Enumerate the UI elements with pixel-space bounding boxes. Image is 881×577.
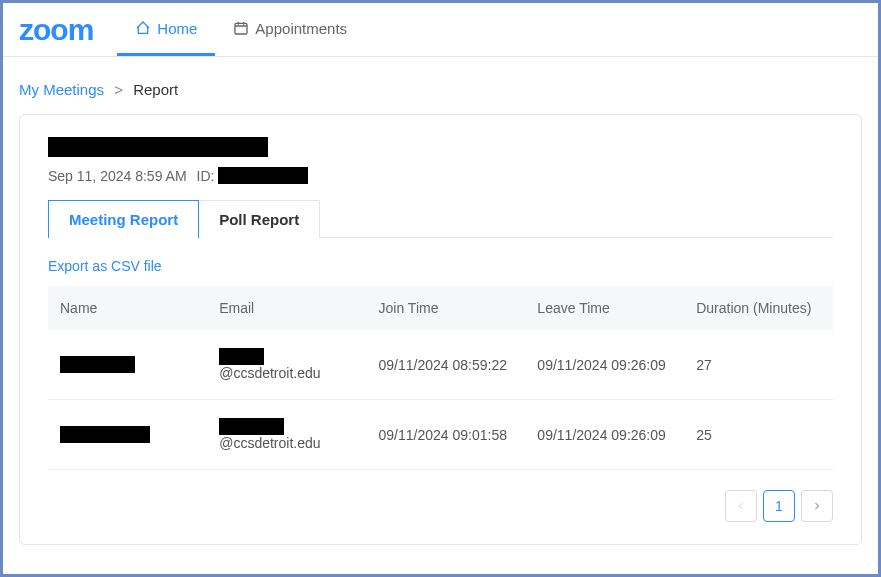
participants-table: Name Email Join Time Leave Time Duration…: [48, 286, 833, 470]
duration: 27: [684, 330, 833, 400]
pagination: 1: [48, 490, 833, 522]
breadcrumb-current: Report: [133, 81, 178, 98]
email-suffix: @ccsdetroit.edu: [219, 365, 320, 381]
nav-appointments-label: Appointments: [255, 20, 347, 37]
export-csv-link[interactable]: Export as CSV file: [48, 258, 162, 274]
table-row: @ccsdetroit.edu 09/11/2024 08:59:22 09/1…: [48, 330, 833, 400]
svg-rect-0: [235, 23, 247, 34]
redacted-name: [60, 356, 135, 373]
zoom-logo: zoom: [19, 13, 93, 47]
redacted-name: [60, 426, 150, 443]
col-header-leave: Leave Time: [525, 286, 684, 330]
report-card: Sep 11, 2024 8:59 AM ID: Meeting Report …: [19, 114, 862, 545]
nav-appointments[interactable]: Appointments: [215, 3, 365, 56]
tab-meeting-report[interactable]: Meeting Report: [48, 200, 199, 238]
home-icon: [135, 20, 151, 36]
duration: 25: [684, 400, 833, 470]
leave-time: 09/11/2024 09:26:09: [525, 400, 684, 470]
report-tabs: Meeting Report Poll Report: [48, 200, 833, 238]
meeting-date-time: Sep 11, 2024 8:59 AM: [48, 168, 187, 184]
chevron-left-icon: [735, 500, 747, 512]
join-time: 09/11/2024 08:59:22: [367, 330, 526, 400]
breadcrumb-separator: >: [114, 81, 123, 98]
breadcrumb: My Meetings > Report: [3, 57, 878, 114]
col-header-duration: Duration (Minutes): [684, 286, 833, 330]
chevron-right-icon: [811, 500, 823, 512]
email-suffix: @ccsdetroit.edu: [219, 435, 320, 451]
table-row: @ccsdetroit.edu 09/11/2024 09:01:58 09/1…: [48, 400, 833, 470]
pagination-next[interactable]: [801, 490, 833, 522]
nav-home-label: Home: [157, 20, 197, 37]
leave-time: 09/11/2024 09:26:09: [525, 330, 684, 400]
redacted-email-prefix: [219, 348, 264, 365]
email-cell: @ccsdetroit.edu: [219, 418, 354, 451]
breadcrumb-my-meetings[interactable]: My Meetings: [19, 81, 104, 98]
pagination-prev[interactable]: [725, 490, 757, 522]
pagination-page-1[interactable]: 1: [763, 490, 795, 522]
main-nav: Home Appointments: [117, 3, 365, 56]
email-cell: @ccsdetroit.edu: [219, 348, 354, 381]
meeting-title: [48, 137, 833, 157]
redacted-meeting-id: [218, 167, 308, 184]
meeting-id-label: ID:: [197, 168, 215, 184]
topbar: zoom Home Appointments: [3, 3, 878, 57]
col-header-name: Name: [48, 286, 207, 330]
redacted-meeting-title: [48, 137, 268, 157]
meeting-meta: Sep 11, 2024 8:59 AM ID:: [48, 167, 833, 184]
col-header-join: Join Time: [367, 286, 526, 330]
calendar-icon: [233, 20, 249, 36]
nav-home[interactable]: Home: [117, 3, 215, 56]
join-time: 09/11/2024 09:01:58: [367, 400, 526, 470]
col-header-email: Email: [207, 286, 366, 330]
redacted-email-prefix: [219, 418, 284, 435]
tab-poll-report[interactable]: Poll Report: [199, 200, 320, 238]
